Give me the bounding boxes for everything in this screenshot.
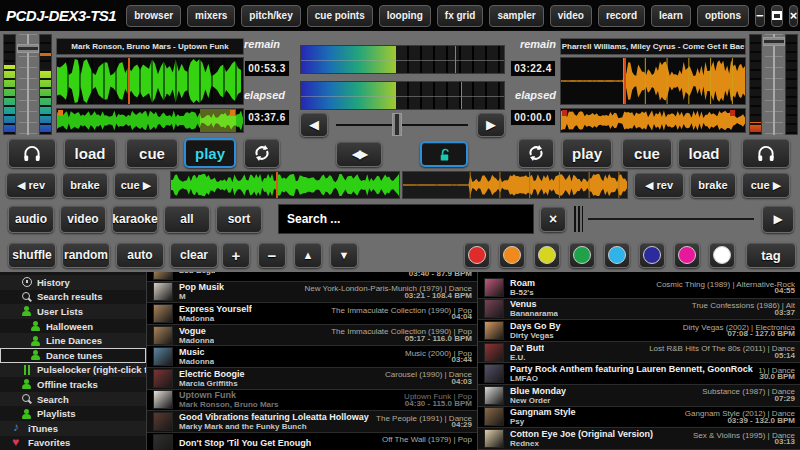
menu-fx-grid[interactable]: fx grid [437,5,484,27]
track-row[interactable]: Music Madonna Music (2000) | Pop 03:44 [147,346,477,368]
spectral-strip-b[interactable] [300,81,505,110]
nudge-button[interactable]: ◀▶ [336,141,382,167]
sidebar-item-history[interactable]: History [0,275,146,290]
deck-b-loop-button[interactable] [518,138,554,168]
track-row[interactable]: Da' Butt E.U. Lost R&B Hits Of The 80s (… [478,342,800,364]
audio-button[interactable]: audio [8,205,54,233]
add-button[interactable]: + [222,242,250,268]
track-row[interactable]: Days Go By Dirty Vegas Dirty Vegas (2002… [478,320,800,342]
deck-a-reverse-button[interactable]: ◀ rev [6,172,56,198]
move-up-button[interactable]: ▲ [294,242,322,268]
random-button[interactable]: random [62,242,110,268]
deck-b-cue-forward-button[interactable]: cue ▶ [742,172,790,198]
deck-a-overview-waveform[interactable] [56,108,244,133]
deck-a-headphones-button[interactable] [8,138,56,168]
sidebar-item-line-dances[interactable]: Line Dances [0,333,146,348]
slider-handle[interactable] [574,206,583,232]
list-zoom-slider[interactable] [574,206,754,232]
pitch-knob[interactable] [763,37,785,46]
preview-play-button[interactable]: ▶ [762,205,794,233]
xfader-track[interactable] [336,124,468,126]
deck-b-scratch-waveform[interactable] [402,171,628,199]
deck-a-cue-forward-button[interactable]: cue ▶ [114,172,158,198]
sidebar-item-search[interactable]: Search [0,392,146,407]
auto-button[interactable]: auto [116,242,164,268]
track-row[interactable]: Roam B-52's Cosmic Thing (1989) | Altern… [478,277,800,299]
xfader-knob[interactable] [392,113,402,136]
deck-a-loop-button[interactable] [244,138,280,168]
track-row[interactable]: Electric Boogie Marcia Griffiths Carouse… [147,368,477,390]
sidebar-item-favorites[interactable]: Favorites [0,436,146,450]
color-tag-cyan-button[interactable] [604,242,630,268]
track-row[interactable]: Blue Monday New Order Substance (1987) |… [478,385,800,407]
sidebar-item-dance-tunes[interactable]: Dance tunes [0,348,146,363]
sidebar-item-user-lists[interactable]: User Lists [0,304,146,319]
menu-sampler[interactable]: sampler [489,5,543,27]
deck-b-headphones-button[interactable] [742,138,790,168]
color-tag-green-button[interactable] [569,242,595,268]
deck-a-brake-button[interactable]: brake [62,172,108,198]
all-button[interactable]: all [164,205,210,233]
sidebar-item-playlists[interactable]: Playlists [0,406,146,421]
karaoke-button[interactable]: karaoke [112,205,158,233]
xfader-right-button[interactable]: ▶ [477,112,505,137]
clear-search-button[interactable]: × [540,206,566,232]
sidebar-item-offline-tracks[interactable]: Offline tracks [0,377,146,392]
remove-button[interactable]: − [258,242,286,268]
color-tag-white-button[interactable] [709,242,735,268]
sidebar-item-halloween[interactable]: Halloween [0,319,146,334]
deck-b-pitch-slider[interactable] [765,34,783,135]
menu-mixers[interactable]: mixers [187,5,235,27]
color-tag-magenta-button[interactable] [674,242,700,268]
track-row[interactable]: Party Rock Anthem featuring Lauren Benne… [478,363,800,385]
menu-pitch-key[interactable]: pitch/key [241,5,300,27]
deck-b-play-button[interactable]: play [562,138,612,168]
sidebar-item-pulselocker-right-click-to-login[interactable]: Pulselocker (right-click to login) [0,363,146,378]
minimize-button[interactable]: − [755,5,765,27]
track-row[interactable]: Express Yourself Madonna The Immaculate … [147,303,477,325]
maximize-button[interactable] [771,5,783,27]
clear-button[interactable]: clear [170,242,218,268]
menu-browser[interactable]: browser [126,5,181,27]
menu-looping[interactable]: looping [379,5,431,27]
deck-b-cue-button[interactable]: cue [622,138,672,168]
track-row[interactable]: Uptown Funk Mark Ronson, Bruno Mars Upto… [147,390,477,412]
shuffle-button[interactable]: shuffle [8,242,56,268]
track-row[interactable]: Lou Bega 03:40 - 87.9 BPM [147,272,477,282]
search-input[interactable] [279,205,533,233]
deck-a-pitch-slider[interactable] [19,34,37,135]
spectral-strip-a[interactable] [300,45,505,74]
color-tag-red-button[interactable] [464,242,490,268]
close-button[interactable]: × [789,5,799,27]
color-tag-orange-button[interactable] [499,242,525,268]
sort-button[interactable]: sort [216,205,262,233]
move-down-button[interactable]: ▼ [330,242,358,268]
track-row[interactable]: Cotton Eye Joe (Original Version) Rednex… [478,428,800,450]
deck-b-reverse-button[interactable]: ◀ rev [634,172,684,198]
deck-a-scratch-waveform[interactable] [170,171,400,199]
deck-a-play-button[interactable]: play [184,138,236,168]
sidebar-item-itunes[interactable]: iTunes [0,421,146,436]
deck-a-cue-button[interactable]: cue [126,138,178,168]
color-tag-yellow-button[interactable] [534,242,560,268]
deck-b-main-waveform[interactable] [560,57,746,105]
menu-cue-points[interactable]: cue points [307,5,373,27]
track-row[interactable]: Pop Musik M New York-London-Paris-Munich… [147,282,477,304]
track-row[interactable]: Gangnam Style Psy Gangnam Style (2012) |… [478,407,800,429]
track-row[interactable]: Don't Stop 'Til You Get Enough Off The W… [147,433,477,450]
menu-video[interactable]: video [550,5,592,27]
menu-record[interactable]: record [598,5,645,27]
menu-options[interactable]: options [697,5,749,27]
tag-button[interactable]: tag [746,242,796,268]
deck-b-overview-waveform[interactable] [560,108,746,133]
sidebar-item-search-results[interactable]: Search results [0,290,146,305]
menu-learn[interactable]: learn [651,5,691,27]
pitch-knob[interactable] [17,44,39,53]
color-tag-blue-button[interactable] [639,242,665,268]
track-row[interactable]: Good Vibrations featuring Loleatta Hollo… [147,411,477,433]
xfader-left-button[interactable]: ◀ [300,112,328,137]
deck-a-load-button[interactable]: load [64,138,116,168]
key-lock-button[interactable] [420,141,468,167]
track-row[interactable]: Vogue Madonna The Immaculate Collection … [147,325,477,347]
deck-b-brake-button[interactable]: brake [690,172,736,198]
